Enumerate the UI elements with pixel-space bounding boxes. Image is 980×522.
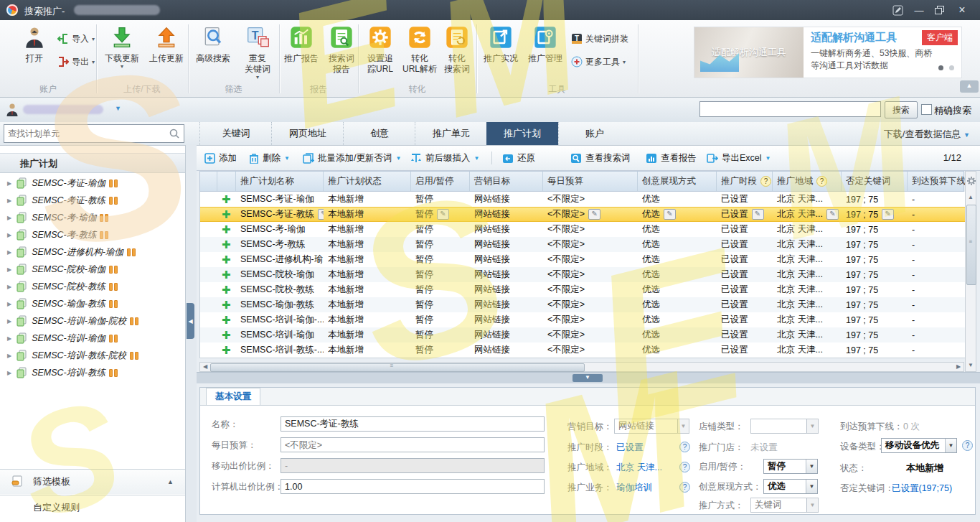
cell-negative-keywords[interactable]: 197 ; 75✎	[842, 237, 908, 252]
table-row[interactable]: ✚ SEMSC-瑜伽-教练✎ 本地新增 暂停✎ 网站链接 <不限定>✎ 优选✎ …	[200, 297, 965, 312]
cell-plan-name[interactable]: SEMSC-进修机构-瑜...✎	[236, 252, 324, 267]
column-header[interactable]: 推广计划状态	[324, 172, 411, 191]
cell-schedule[interactable]: 已设置✎	[717, 312, 773, 327]
tab-keywords[interactable]: 关键词	[199, 122, 272, 145]
cell-plan-name[interactable]: SEMSC-培训-瑜伽✎	[236, 327, 324, 342]
expand-arrow-icon[interactable]: ▶	[7, 335, 11, 342]
sidebar-plan-item[interactable]: ▶ SEMSC-瑜伽-教练	[0, 295, 185, 312]
ribbon-conversion-searchword-button[interactable]: 转化 搜索词	[439, 26, 475, 75]
name-field[interactable]	[281, 416, 545, 432]
row-select-cell[interactable]	[200, 252, 217, 267]
table-row[interactable]: ✚ SEMSC-考-教练✎ 本地新增 暂停✎ 网站链接 <不限定>✎ 优选✎ 已…	[200, 237, 965, 252]
cell-daily-budget[interactable]: <不限定>✎	[543, 342, 638, 358]
row-add-unit-button[interactable]: ✚	[217, 192, 236, 207]
cell-display-mode[interactable]: 优选✎	[638, 297, 717, 312]
cell-display-mode[interactable]: 优选✎	[638, 267, 717, 282]
view-report-button[interactable]: 查看报告	[646, 151, 697, 165]
cell-on-pause[interactable]: 暂停✎	[411, 327, 470, 342]
cell-on-pause[interactable]: 暂停✎	[411, 297, 470, 312]
sidebar-item-custom-rules[interactable]: 自定义规则	[0, 495, 185, 520]
cell-negative-keywords[interactable]: 197 ; 75✎	[842, 222, 908, 237]
row-add-unit-button[interactable]: ✚	[217, 267, 236, 282]
expand-arrow-icon[interactable]: ▶	[7, 197, 11, 204]
carousel-dot[interactable]	[949, 65, 954, 70]
pc-ratio-field[interactable]	[281, 479, 545, 494]
batch-negative-button[interactable]: 批量添加/更新否词▼	[303, 151, 401, 165]
edit-icon[interactable]: ✎	[826, 209, 839, 220]
cell-negative-keywords[interactable]: 197 ; 75✎	[842, 282, 908, 297]
cell-display-mode[interactable]: 优选✎	[638, 282, 717, 297]
cell-on-pause[interactable]: 暂停✎	[411, 222, 470, 237]
business-link[interactable]: 瑜伽培训	[616, 482, 652, 494]
cell-negative-keywords[interactable]: 197 ; 75✎	[842, 342, 908, 358]
row-add-unit-button[interactable]: ✚	[217, 297, 236, 312]
cell-display-mode[interactable]: 优选✎	[638, 312, 717, 327]
schedule-link[interactable]: 已设置	[616, 442, 644, 454]
cell-on-pause[interactable]: 暂停✎	[411, 267, 470, 282]
row-add-unit-button[interactable]: ✚	[217, 222, 236, 237]
scroll-right-arrow[interactable]: ▶	[955, 363, 962, 371]
cell-daily-budget[interactable]: <不限定>✎	[543, 192, 638, 207]
cell-daily-budget[interactable]: <不限定>✎	[543, 267, 638, 282]
cell-schedule[interactable]: 已设置✎	[717, 192, 773, 207]
carousel-dot[interactable]	[938, 65, 943, 70]
daily-budget-field[interactable]	[281, 437, 545, 452]
row-select-cell[interactable]	[200, 327, 217, 342]
promo-card[interactable]: 适配解析沟通工具 适配解析沟通工具 客户端 一键解析商务通、53快服、商桥 等沟…	[694, 27, 961, 78]
cell-plan-name[interactable]: SEMSC-院校-瑜伽✎	[236, 267, 324, 282]
help-icon[interactable]: ?	[679, 482, 690, 493]
expand-arrow-icon[interactable]: ▶	[7, 232, 11, 238]
promo-title[interactable]: 适配解析沟通工具	[811, 31, 897, 45]
edit-icon[interactable]: ✎	[752, 209, 764, 220]
expand-arrow-icon[interactable]: ▶	[7, 215, 11, 221]
cell-region[interactable]: 北京 天津...✎	[773, 312, 842, 327]
cell-display-mode[interactable]: 优选✎	[638, 207, 717, 222]
cell-schedule[interactable]: 已设置✎	[717, 327, 773, 342]
expand-arrow-icon[interactable]: ▶	[7, 353, 11, 359]
panel-splitter[interactable]: ▼	[197, 372, 980, 383]
cell-on-pause[interactable]: 暂停✎	[411, 207, 470, 222]
row-add-unit-button[interactable]: ✚	[217, 282, 236, 297]
sidebar-plan-item[interactable]: ▶ SEMSC-培训-教练	[0, 364, 185, 381]
table-row[interactable]: ✚ SEMSC-院校-瑜伽✎ 本地新增 暂停✎ 网站链接 <不限定>✎ 优选✎ …	[200, 267, 965, 282]
sidebar-item-filter-template[interactable]: 筛选模板 ▲	[0, 469, 185, 494]
column-header[interactable]: 每日预算	[543, 172, 638, 191]
scroll-left-arrow[interactable]: ◀	[202, 363, 209, 371]
global-search-input[interactable]	[699, 101, 881, 117]
cell-plan-name[interactable]: SEMSC-培训-教练-...✎	[236, 342, 324, 358]
sidebar-plan-item[interactable]: ▶ SEMSC-考证-教练	[0, 192, 185, 209]
cell-schedule[interactable]: 已设置✎	[717, 222, 773, 237]
cell-plan-name[interactable]: SEMSC-培训-瑜伽-...✎	[236, 312, 324, 327]
edit-icon[interactable]: ✎	[664, 209, 676, 220]
cell-negative-keywords[interactable]: 197 ; 75✎	[842, 207, 908, 222]
edit-icon[interactable]: ✎	[882, 209, 894, 220]
column-header[interactable]: 启用/暂停	[411, 172, 470, 191]
cell-schedule[interactable]: 已设置✎	[717, 237, 773, 252]
expand-arrow-icon[interactable]: ▶	[7, 318, 11, 325]
table-row[interactable]: ✚ SEMSC-培训-瑜伽-...✎ 本地新增 暂停✎ 网站链接 <不限定>✎ …	[200, 312, 965, 327]
row-add-unit-button[interactable]: ✚	[217, 237, 236, 252]
negative-keywords-link[interactable]: 已设置(197;75)	[892, 483, 952, 495]
ribbon-more-tools-button[interactable]: 更多工具▾	[571, 55, 626, 69]
cell-plan-name[interactable]: SEMSC-瑜伽-教练✎	[236, 297, 324, 312]
row-select-cell[interactable]	[200, 192, 217, 207]
cell-schedule[interactable]: 已设置✎	[717, 252, 773, 267]
ribbon-promo-manage-button[interactable]: 推广管理	[524, 26, 567, 64]
cell-region[interactable]: 北京 天津...✎	[773, 342, 842, 358]
delete-button[interactable]: 删除▼	[249, 151, 290, 165]
row-add-unit-button[interactable]: ✚	[217, 207, 236, 222]
cell-daily-budget[interactable]: <不限定>✎	[543, 282, 638, 297]
ribbon-promo-report-button[interactable]: 推广报告	[281, 26, 321, 64]
sidebar-plan-item[interactable]: ▶ SEMSC-考-瑜伽	[0, 209, 185, 226]
ribbon-collapse-button[interactable]: ▲	[960, 80, 979, 93]
help-icon[interactable]: ?	[962, 440, 973, 451]
scroll-up-arrow[interactable]: ▲	[966, 193, 976, 202]
cell-daily-budget[interactable]: <不限定>✎	[543, 312, 638, 327]
expand-arrow-icon[interactable]: ▶	[7, 370, 11, 376]
tab-ad-units[interactable]: 推广单元	[415, 122, 487, 145]
vertical-scrollbar[interactable]: ▲ ≡ ▼	[965, 171, 976, 372]
cell-plan-name[interactable]: SEMSC-考-教练✎	[236, 237, 324, 252]
cell-negative-keywords[interactable]: 197 ; 75✎	[842, 252, 908, 267]
cell-plan-name[interactable]: SEMSC-考-瑜伽✎	[236, 222, 324, 237]
cell-on-pause[interactable]: 暂停✎	[411, 312, 470, 327]
